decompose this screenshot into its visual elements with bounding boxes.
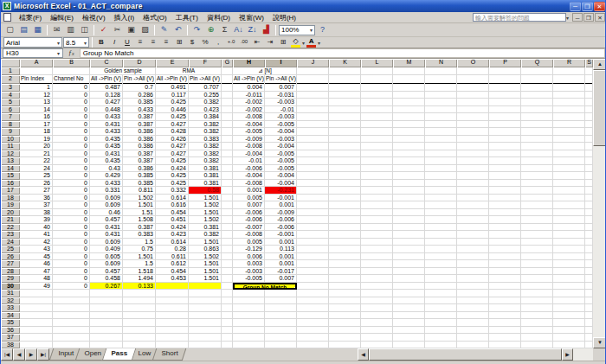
cell[interactable] bbox=[457, 216, 489, 224]
cell[interactable] bbox=[297, 136, 329, 144]
cell[interactable] bbox=[489, 143, 521, 150]
cell[interactable] bbox=[361, 260, 393, 268]
row-header[interactable]: 23 bbox=[1, 231, 20, 239]
cell[interactable] bbox=[425, 297, 457, 305]
cell[interactable]: 0.005 bbox=[233, 239, 265, 246]
cell[interactable]: 39 bbox=[20, 216, 53, 224]
format-painter-icon[interactable]: ✎ bbox=[158, 24, 171, 36]
cell[interactable]: 14 bbox=[20, 106, 53, 114]
cell[interactable] bbox=[297, 165, 329, 173]
menu-item[interactable]: 插入(I) bbox=[110, 12, 139, 23]
cell[interactable]: 1.501 bbox=[189, 209, 222, 217]
cell[interactable]: 0.454 bbox=[156, 268, 189, 276]
cell[interactable]: 0.58 bbox=[189, 187, 222, 195]
cell[interactable] bbox=[222, 297, 233, 305]
cell[interactable] bbox=[521, 253, 553, 261]
fill-color-button[interactable]: ◇ bbox=[290, 37, 301, 48]
cell[interactable]: 0.611 bbox=[156, 253, 189, 261]
cell[interactable]: 0.387 bbox=[123, 150, 156, 158]
cell[interactable] bbox=[585, 67, 593, 75]
cell[interactable] bbox=[20, 312, 53, 320]
cell[interactable] bbox=[425, 268, 457, 276]
cell[interactable] bbox=[361, 275, 393, 283]
cell[interactable] bbox=[425, 327, 457, 335]
cell[interactable] bbox=[329, 67, 361, 75]
cell[interactable] bbox=[265, 327, 297, 335]
cell[interactable] bbox=[90, 297, 123, 305]
cell[interactable]: 0 bbox=[53, 136, 90, 144]
cell[interactable] bbox=[585, 157, 593, 165]
cell[interactable] bbox=[553, 290, 585, 297]
cell[interactable] bbox=[393, 275, 425, 283]
cell[interactable] bbox=[489, 84, 521, 92]
cell[interactable]: 20 bbox=[20, 143, 53, 150]
cell[interactable]: 0.423 bbox=[189, 106, 222, 114]
cell[interactable]: 0 bbox=[53, 209, 90, 217]
cell[interactable] bbox=[361, 92, 393, 99]
cell[interactable] bbox=[297, 297, 329, 305]
cell[interactable] bbox=[585, 92, 593, 99]
copy-icon[interactable]: ▣ bbox=[125, 24, 138, 36]
cell[interactable] bbox=[489, 327, 521, 335]
row-header[interactable]: 33 bbox=[1, 304, 20, 312]
cell[interactable]: 0.386 bbox=[123, 165, 156, 173]
cell[interactable] bbox=[222, 180, 233, 188]
cell[interactable]: 0.458 bbox=[90, 275, 123, 283]
cell[interactable] bbox=[393, 75, 425, 84]
cell[interactable]: 1.501 bbox=[123, 201, 156, 209]
cell[interactable] bbox=[585, 304, 593, 312]
cell[interactable]: 0.386 bbox=[123, 143, 156, 150]
cell[interactable] bbox=[521, 342, 553, 349]
row-header[interactable]: 22 bbox=[1, 224, 20, 232]
cell[interactable] bbox=[233, 304, 265, 312]
cell[interactable] bbox=[222, 283, 233, 291]
cell[interactable] bbox=[361, 75, 393, 84]
cell[interactable]: 0 bbox=[53, 143, 90, 150]
cell[interactable] bbox=[393, 121, 425, 129]
cell[interactable] bbox=[457, 195, 489, 202]
cell[interactable]: -0.005 bbox=[265, 157, 297, 165]
cell[interactable] bbox=[425, 334, 457, 342]
cell[interactable] bbox=[361, 224, 393, 232]
cell[interactable] bbox=[585, 290, 593, 297]
cell[interactable]: 0.385 bbox=[123, 180, 156, 188]
cell[interactable] bbox=[457, 165, 489, 173]
cell[interactable] bbox=[521, 297, 553, 305]
cell[interactable] bbox=[361, 334, 393, 342]
cell[interactable] bbox=[393, 67, 425, 75]
cell[interactable] bbox=[361, 246, 393, 253]
cell[interactable]: -0.008 bbox=[233, 231, 265, 239]
cell[interactable] bbox=[297, 143, 329, 150]
cell[interactable]: 0.113 bbox=[265, 246, 297, 253]
cell[interactable] bbox=[20, 290, 53, 297]
row-header[interactable]: 12 bbox=[1, 150, 20, 158]
cell[interactable] bbox=[329, 275, 361, 283]
cell[interactable]: 0 bbox=[53, 165, 90, 173]
cell[interactable]: 49 bbox=[20, 283, 53, 291]
cell[interactable] bbox=[425, 143, 457, 150]
cell[interactable] bbox=[20, 334, 53, 342]
cell[interactable] bbox=[585, 216, 593, 224]
cell[interactable] bbox=[297, 231, 329, 239]
cell[interactable] bbox=[297, 195, 329, 202]
cell[interactable] bbox=[361, 195, 393, 202]
cell[interactable]: 17 bbox=[20, 121, 53, 129]
cell[interactable] bbox=[521, 290, 553, 297]
cell[interactable]: 0.433 bbox=[90, 180, 123, 188]
cell[interactable]: 0.382 bbox=[189, 231, 222, 239]
row-header[interactable]: 29 bbox=[1, 275, 20, 283]
cell[interactable] bbox=[297, 260, 329, 268]
cell[interactable] bbox=[425, 172, 457, 180]
cell[interactable] bbox=[123, 342, 156, 349]
cell[interactable]: 19 bbox=[20, 136, 53, 144]
cell[interactable] bbox=[393, 239, 425, 246]
cell[interactable]: 1.5 bbox=[123, 260, 156, 268]
cell[interactable] bbox=[585, 297, 593, 305]
cell[interactable] bbox=[425, 106, 457, 114]
cell[interactable] bbox=[329, 290, 361, 297]
cell[interactable] bbox=[123, 334, 156, 342]
cell[interactable] bbox=[53, 297, 90, 305]
cell[interactable] bbox=[425, 84, 457, 92]
cell[interactable] bbox=[329, 180, 361, 188]
cell[interactable] bbox=[297, 290, 329, 297]
